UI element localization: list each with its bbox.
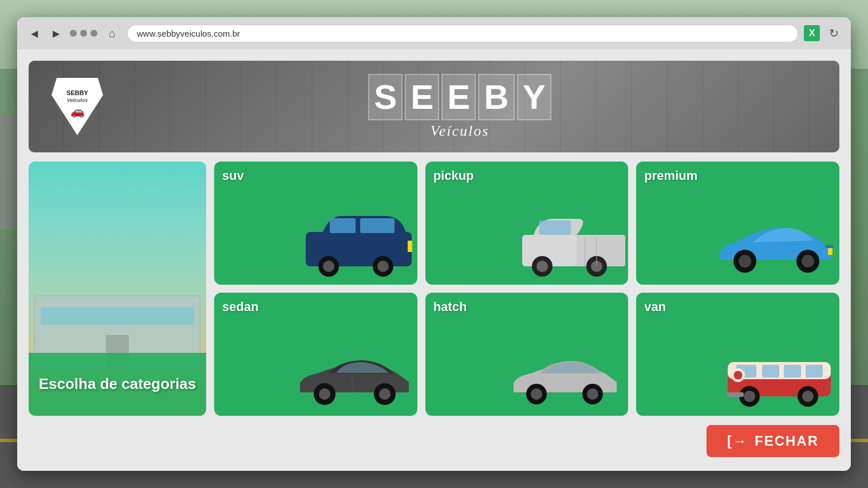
pickup-car [505, 209, 628, 280]
dot-3 [90, 30, 97, 37]
svg-rect-7 [408, 241, 412, 252]
svg-point-4 [323, 261, 334, 272]
premium-card[interactable]: premium [636, 162, 839, 285]
svg-rect-22 [828, 248, 833, 255]
url-text: www.sebbyveiculos.com.br [137, 29, 240, 38]
pickup-label: pickup [433, 168, 474, 183]
browser-toolbar: ◀ ▶ ⌂ www.sebbyveiculos.com.br X ↻ [17, 17, 851, 49]
main-card-overlay: Escolha de categorias [29, 353, 206, 416]
fechar-icon: [→ [727, 433, 748, 449]
sedan-label: sedan [222, 300, 259, 314]
svg-point-21 [802, 255, 814, 267]
suv-card[interactable]: suv [214, 162, 417, 285]
dot-2 [80, 30, 87, 37]
van-car [716, 342, 839, 413]
svg-point-29 [531, 388, 542, 400]
main-card-text: Escolha de categorias [39, 375, 196, 392]
brand-subtitle: Veículos [431, 123, 490, 140]
refresh-button[interactable]: ↻ [826, 25, 842, 41]
svg-point-12 [536, 261, 548, 272]
svg-point-19 [739, 255, 751, 267]
forward-button[interactable]: ▶ [48, 25, 64, 41]
svg-rect-2 [360, 218, 394, 233]
address-bar[interactable]: www.sebbyveiculos.com.br [127, 25, 798, 42]
svg-point-31 [587, 388, 598, 400]
logo-car-icon: 🚗 [70, 104, 85, 118]
header-banner: SEBBYVeículos 🚗 S E E B Y Veículos [29, 61, 839, 152]
logo-text: SEBBYVeículos [66, 89, 88, 104]
building-window [41, 308, 194, 325]
sedan-car [291, 342, 417, 413]
van-card[interactable]: van [636, 293, 839, 416]
home-button[interactable]: ⌂ [103, 24, 121, 42]
sedan-card[interactable]: sedan [214, 293, 417, 416]
stop-icon: X [809, 28, 815, 38]
bottom-bar: [→ FECHAR [29, 425, 839, 459]
hatch-car [502, 342, 628, 413]
brand-letter-e: E [405, 74, 439, 120]
svg-rect-37 [806, 365, 823, 377]
brand-letter-e2: E [441, 74, 476, 120]
browser-window: ◀ ▶ ⌂ www.sebbyveiculos.com.br X ↻ SEBBY… [17, 17, 851, 471]
fechar-button[interactable]: [→ FECHAR [707, 425, 839, 457]
browser-content: SEBBYVeículos 🚗 S E E B Y Veículos [17, 49, 851, 471]
svg-rect-36 [784, 365, 801, 377]
logo-shield: SEBBYVeículos 🚗 [52, 78, 103, 135]
categories-grid: Escolha de categorias suv [29, 162, 839, 416]
brand-letter-b: B [478, 74, 514, 120]
svg-rect-10 [539, 221, 571, 235]
svg-rect-44 [727, 392, 744, 397]
van-label: van [644, 300, 666, 314]
dot-1 [70, 30, 77, 37]
premium-label: premium [644, 168, 697, 183]
main-category-card[interactable]: Escolha de categorias [29, 162, 206, 416]
suv-car [294, 209, 417, 280]
pickup-card[interactable]: pickup [425, 162, 629, 285]
brand-letter-y: Y [517, 74, 551, 120]
svg-rect-1 [330, 218, 356, 233]
premium-car [713, 211, 839, 282]
svg-rect-35 [762, 365, 779, 377]
brand-title-area: S E E B Y Veículos [103, 74, 816, 140]
svg-point-41 [744, 391, 755, 402]
fechar-label: FECHAR [755, 433, 819, 449]
back-button[interactable]: ◀ [26, 25, 42, 41]
svg-point-6 [377, 261, 389, 272]
svg-rect-17 [825, 245, 834, 248]
svg-point-26 [379, 388, 390, 400]
logo-sub: Veículos [67, 97, 88, 103]
brand-letter-s: S [368, 74, 403, 120]
suv-label: suv [222, 168, 244, 183]
brand-name-display: S E E B Y [368, 74, 551, 120]
svg-point-39 [733, 371, 743, 380]
hatch-card[interactable]: hatch [425, 293, 629, 416]
brand-sub-text: Veículos [431, 123, 490, 139]
nav-dots [70, 30, 97, 37]
main-card-label: Escolha de categorias [39, 375, 196, 393]
svg-point-24 [319, 388, 330, 400]
hatch-label: hatch [433, 300, 467, 314]
stop-button[interactable]: X [804, 25, 820, 41]
svg-point-43 [802, 391, 814, 402]
